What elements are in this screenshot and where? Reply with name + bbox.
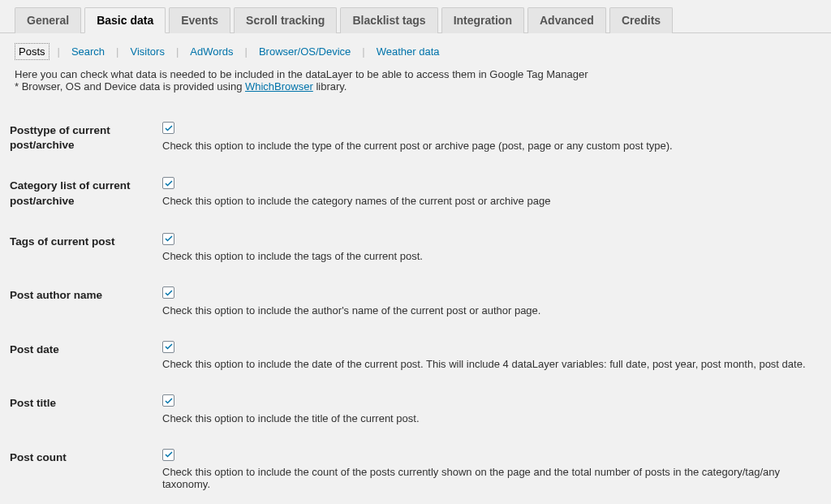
option-description: Check this option to include the title o… bbox=[162, 412, 823, 424]
sub-tabs: Posts | Search | Visitors | AdWords | Br… bbox=[0, 33, 831, 65]
subtab-separator: | bbox=[362, 45, 364, 58]
option-row: Post author nameCheck this option to inc… bbox=[0, 277, 831, 331]
option-title: Post title bbox=[0, 385, 162, 439]
option-description: Check this option to include the categor… bbox=[162, 195, 823, 207]
whichbrowser-link[interactable]: WhichBrowser bbox=[245, 80, 313, 93]
options-table: Posttype of current post/archiveCheck th… bbox=[0, 112, 831, 504]
tab-blacklist-tags[interactable]: Blacklist tags bbox=[340, 7, 437, 33]
subtab-weather-data[interactable]: Weather data bbox=[373, 44, 443, 59]
option-title: Tags of current post bbox=[0, 223, 162, 278]
option-title: Posttype of current post/archive bbox=[0, 112, 162, 167]
intro-line-1: Here you can check what data is needed t… bbox=[15, 68, 816, 80]
subtab-separator: | bbox=[245, 45, 248, 58]
subtab-separator: | bbox=[58, 45, 60, 58]
subtab-visitors[interactable]: Visitors bbox=[127, 44, 168, 59]
option-row: Post titleCheck this option to include t… bbox=[0, 385, 831, 439]
tab-scroll-tracking[interactable]: Scroll tracking bbox=[234, 7, 337, 33]
tab-events[interactable]: Events bbox=[169, 7, 230, 33]
option-description: Check this option to include the author'… bbox=[162, 304, 823, 317]
option-row: Category list of current post/archiveChe… bbox=[0, 167, 831, 222]
option-description: Check this option to include the date of… bbox=[162, 358, 823, 370]
option-checkbox[interactable] bbox=[162, 394, 174, 407]
option-checkbox[interactable] bbox=[162, 286, 174, 299]
tab-credits[interactable]: Credits bbox=[609, 7, 673, 33]
intro-suffix: library. bbox=[313, 80, 347, 93]
option-description: Check this option to include the tags of… bbox=[162, 250, 823, 262]
intro-prefix: * Browser, OS and Device data is provide… bbox=[15, 80, 245, 93]
option-row: Post dateCheck this option to include th… bbox=[0, 331, 831, 386]
subtab-search[interactable]: Search bbox=[68, 44, 108, 59]
option-title: Post date bbox=[0, 331, 162, 386]
option-title: Post count bbox=[0, 439, 162, 504]
tab-general[interactable]: General bbox=[15, 7, 81, 33]
intro-line-2: * Browser, OS and Device data is provide… bbox=[15, 80, 816, 93]
tab-advanced[interactable]: Advanced bbox=[527, 7, 606, 33]
option-checkbox[interactable] bbox=[162, 177, 174, 189]
subtab-adwords[interactable]: AdWords bbox=[187, 44, 236, 59]
subtab-posts[interactable]: Posts bbox=[15, 43, 50, 60]
tab-integration[interactable]: Integration bbox=[441, 7, 524, 33]
option-title: Category list of current post/archive bbox=[0, 167, 162, 222]
option-checkbox[interactable] bbox=[162, 233, 174, 245]
primary-tabs: General Basic data Events Scroll trackin… bbox=[0, 0, 831, 33]
subtab-browser-os-device[interactable]: Browser/OS/Device bbox=[256, 44, 354, 59]
option-checkbox[interactable] bbox=[162, 449, 174, 461]
option-row: Posttype of current post/archiveCheck th… bbox=[0, 112, 831, 167]
option-row: Post countCheck this option to include t… bbox=[0, 439, 831, 504]
tab-basic-data[interactable]: Basic data bbox=[84, 7, 166, 33]
option-title: Post author name bbox=[0, 277, 162, 331]
subtab-separator: | bbox=[116, 45, 118, 58]
option-description: Check this option to include the count o… bbox=[162, 466, 823, 490]
option-checkbox[interactable] bbox=[162, 122, 174, 134]
option-description: Check this option to include the type of… bbox=[162, 140, 823, 152]
option-row: Tags of current postCheck this option to… bbox=[0, 223, 831, 278]
intro-text: Here you can check what data is needed t… bbox=[0, 65, 831, 94]
option-checkbox[interactable] bbox=[162, 341, 174, 353]
subtab-separator: | bbox=[176, 45, 179, 58]
